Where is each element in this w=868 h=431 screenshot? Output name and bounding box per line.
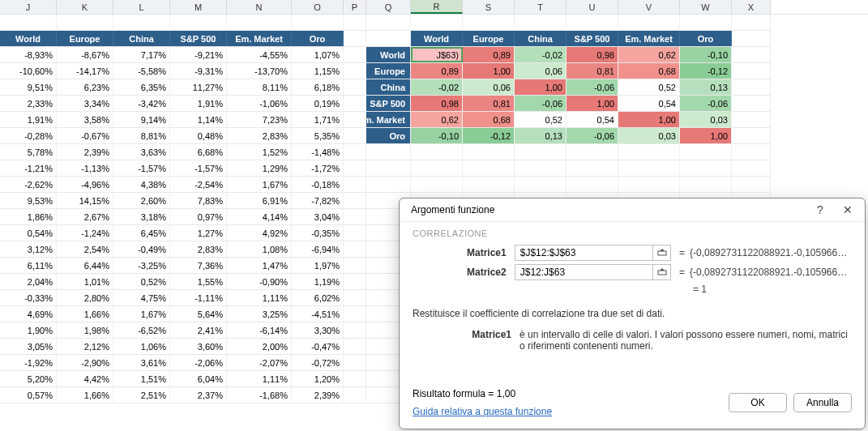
- corr-cell-4-5[interactable]: 0,03: [680, 112, 732, 127]
- data-cell[interactable]: 1,66%: [57, 387, 113, 403]
- corr-cell-0-1[interactable]: 0,89: [463, 47, 515, 62]
- empty-cell[interactable]: [344, 160, 366, 176]
- corr-cell-0-0[interactable]: J$63): [411, 47, 463, 62]
- data-cell[interactable]: 2,41%: [170, 322, 227, 338]
- data-cell[interactable]: 2,83%: [170, 241, 227, 257]
- empty-cell[interactable]: [567, 15, 618, 30]
- data-cell[interactable]: 3,63%: [113, 144, 170, 160]
- corr-cell-2-3[interactable]: -0,06: [567, 79, 618, 95]
- data-cell[interactable]: 9,14%: [113, 112, 170, 127]
- data-cell[interactable]: 1,11%: [227, 371, 292, 386]
- empty-cell[interactable]: [344, 47, 366, 62]
- data-cell[interactable]: -1,11%: [170, 290, 227, 305]
- data-cell[interactable]: -3,42%: [113, 96, 170, 111]
- data-cell[interactable]: 1,52%: [227, 144, 292, 160]
- data-cell[interactable]: 3,34%: [57, 96, 113, 111]
- empty-cell[interactable]: [680, 144, 732, 160]
- data-cell[interactable]: 1,29%: [227, 160, 292, 176]
- empty-cell[interactable]: [732, 128, 771, 143]
- empty-cell[interactable]: [732, 144, 771, 160]
- data-cell[interactable]: 3,18%: [113, 209, 170, 224]
- data-cell[interactable]: 7,17%: [113, 47, 170, 62]
- data-cell[interactable]: -1,13%: [57, 160, 113, 176]
- data-cell[interactable]: 1,01%: [57, 274, 113, 289]
- empty-cell[interactable]: [463, 144, 515, 160]
- empty-cell[interactable]: [344, 339, 366, 354]
- empty-cell[interactable]: [344, 15, 366, 30]
- data-cell[interactable]: -1,92%: [0, 355, 57, 370]
- corr-cell-4-0[interactable]: 0,62: [411, 112, 463, 127]
- data-cell[interactable]: -4,96%: [57, 177, 113, 192]
- corr-cell-2-4[interactable]: 0,52: [618, 79, 680, 95]
- empty-cell[interactable]: [113, 15, 170, 30]
- data-cell[interactable]: 5,20%: [0, 371, 57, 386]
- corr-cell-1-2[interactable]: 0,06: [515, 63, 567, 79]
- range-picker-icon[interactable]: [652, 245, 671, 261]
- data-cell[interactable]: 2,67%: [57, 209, 113, 224]
- data-cell[interactable]: 2,83%: [227, 128, 292, 143]
- data-cell[interactable]: -1,06%: [227, 96, 292, 111]
- empty-cell[interactable]: [366, 15, 411, 30]
- empty-cell[interactable]: [344, 274, 366, 289]
- data-cell[interactable]: 2,80%: [57, 290, 113, 305]
- empty-cell[interactable]: [732, 63, 771, 79]
- empty-cell[interactable]: [344, 258, 366, 273]
- data-cell[interactable]: -2,54%: [170, 177, 227, 192]
- data-cell[interactable]: 4,14%: [227, 209, 292, 224]
- data-cell[interactable]: -8,67%: [57, 47, 113, 62]
- data-cell[interactable]: -0,67%: [57, 128, 113, 143]
- data-cell[interactable]: 6,68%: [170, 144, 227, 160]
- data-cell[interactable]: 2,04%: [0, 274, 57, 289]
- data-cell[interactable]: 0,48%: [170, 128, 227, 143]
- data-cell[interactable]: -0,90%: [227, 274, 292, 289]
- data-cell[interactable]: 6,23%: [57, 79, 113, 95]
- empty-cell[interactable]: [344, 31, 366, 46]
- corr-cell-4-3[interactable]: 0,54: [567, 112, 618, 127]
- data-cell[interactable]: 6,04%: [170, 371, 227, 386]
- empty-cell[interactable]: [732, 79, 771, 95]
- col-U[interactable]: U: [567, 0, 618, 14]
- data-cell[interactable]: 7,36%: [170, 258, 227, 273]
- corr-cell-3-5[interactable]: -0,06: [680, 96, 732, 111]
- data-cell[interactable]: 4,92%: [227, 225, 292, 241]
- empty-cell[interactable]: [344, 144, 366, 160]
- empty-cell[interactable]: [344, 322, 366, 338]
- corr-cell-0-4[interactable]: 0,62: [618, 47, 680, 62]
- data-cell[interactable]: 6,02%: [292, 290, 344, 305]
- corr-cell-1-4[interactable]: 0,68: [618, 63, 680, 79]
- corr-cell-1-5[interactable]: -0,12: [680, 63, 732, 79]
- dialog-titlebar[interactable]: Argomenti funzione ? ✕: [400, 198, 865, 222]
- empty-cell[interactable]: [344, 241, 366, 257]
- empty-cell[interactable]: [463, 177, 515, 192]
- empty-cell[interactable]: [732, 15, 771, 30]
- data-cell[interactable]: 1,71%: [292, 112, 344, 127]
- data-cell[interactable]: 11,27%: [170, 79, 227, 95]
- data-cell[interactable]: 6,18%: [292, 79, 344, 95]
- col-T[interactable]: T: [515, 0, 567, 14]
- data-cell[interactable]: 3,04%: [292, 209, 344, 224]
- data-cell[interactable]: 5,64%: [170, 306, 227, 322]
- empty-cell[interactable]: [732, 112, 771, 127]
- corr-cell-5-5[interactable]: 1,00: [680, 128, 732, 143]
- data-cell[interactable]: -3,25%: [113, 258, 170, 273]
- empty-cell[interactable]: [292, 15, 344, 30]
- data-cell[interactable]: -14,17%: [57, 63, 113, 79]
- empty-cell[interactable]: [618, 15, 680, 30]
- data-cell[interactable]: 3,05%: [0, 339, 57, 354]
- data-cell[interactable]: -5,58%: [113, 63, 170, 79]
- data-cell[interactable]: -2,90%: [57, 355, 113, 370]
- corr-cell-5-1[interactable]: -0,12: [463, 128, 515, 143]
- empty-cell[interactable]: [515, 160, 567, 176]
- empty-cell[interactable]: [344, 306, 366, 322]
- data-cell[interactable]: 3,30%: [292, 322, 344, 338]
- data-cell[interactable]: 8,81%: [113, 128, 170, 143]
- empty-cell[interactable]: [680, 160, 732, 176]
- data-cell[interactable]: 2,51%: [113, 387, 170, 403]
- cancel-button[interactable]: Annulla: [793, 393, 852, 412]
- empty-cell[interactable]: [344, 193, 366, 208]
- data-cell[interactable]: 1,06%: [113, 339, 170, 354]
- data-cell[interactable]: -2,06%: [170, 355, 227, 370]
- data-cell[interactable]: -1,21%: [0, 160, 57, 176]
- data-cell[interactable]: 6,44%: [57, 258, 113, 273]
- corr-cell-5-2[interactable]: 0,13: [515, 128, 567, 143]
